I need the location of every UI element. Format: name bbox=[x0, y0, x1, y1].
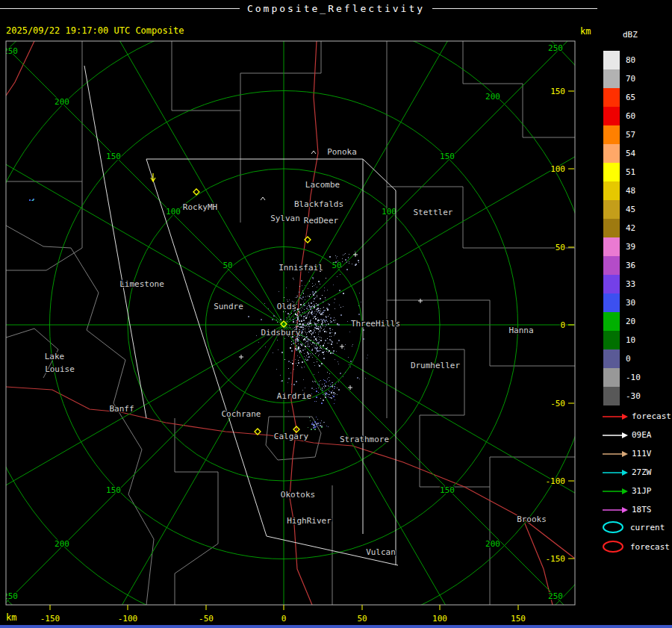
dbz-value-label: 57 bbox=[626, 130, 635, 140]
range-label: 250 bbox=[548, 591, 563, 601]
storm-shape-legend: currentforecast bbox=[600, 517, 670, 556]
coverage-outline bbox=[363, 159, 396, 190]
city-label: RockyMH bbox=[183, 202, 217, 212]
track-arrow-icon bbox=[602, 505, 629, 515]
dbz-swatch bbox=[603, 349, 620, 368]
range-label: 150 bbox=[440, 152, 455, 161]
dbz-swatch bbox=[603, 88, 620, 107]
dbz-swatch bbox=[603, 200, 620, 219]
dbz-value-label: 45 bbox=[626, 205, 635, 214]
city-label: Banff bbox=[109, 404, 134, 414]
city-label: Stettler bbox=[414, 208, 453, 217]
range-ring bbox=[0, 0, 672, 628]
city-label: Calgary bbox=[274, 432, 309, 441]
city-labels: PonokaLacombeBlackfaldsSylvanRedDeerRock… bbox=[45, 147, 547, 557]
city-label: Brooks bbox=[517, 514, 547, 524]
track-arrow-icon bbox=[602, 449, 629, 459]
dbz-swatch bbox=[603, 69, 620, 88]
range-label: 150 bbox=[106, 485, 121, 495]
track-legend-row: 111V bbox=[602, 444, 671, 463]
dbz-scale-row: 54 bbox=[603, 144, 641, 163]
dbz-swatch bbox=[603, 312, 620, 331]
storm-shape-row: forecast bbox=[600, 537, 670, 556]
city-label: HighRiver bbox=[287, 516, 332, 526]
dbz-scale-row: 51 bbox=[603, 163, 641, 181]
range-label: 150 bbox=[440, 485, 455, 495]
dbz-value-label: 60 bbox=[626, 111, 635, 121]
city-label: Strathmore bbox=[340, 435, 389, 444]
county-boundary bbox=[387, 187, 575, 248]
map-layer: 2502001501005050100150200250150200250150… bbox=[0, 0, 672, 628]
dbz-value-label: 65 bbox=[626, 93, 635, 102]
range-label: 250 bbox=[3, 591, 18, 601]
city-label: Airdrie bbox=[277, 391, 311, 401]
range-label: 200 bbox=[55, 97, 69, 107]
radial-line bbox=[75, 0, 284, 325]
x-axis-label: 0 bbox=[281, 614, 287, 624]
city-label: Drumheller bbox=[411, 361, 461, 370]
city-label: Sundre bbox=[214, 302, 243, 311]
radial-line bbox=[0, 325, 284, 621]
track-id-label: 111V bbox=[632, 449, 652, 458]
city-label: Didsbury bbox=[261, 328, 301, 338]
radial-line bbox=[75, 325, 284, 628]
track-legend-row: 18TS bbox=[602, 500, 671, 519]
dbz-value-label: 54 bbox=[626, 149, 635, 158]
dbz-value-label: 80 bbox=[626, 55, 635, 65]
dbz-swatch bbox=[603, 181, 620, 200]
range-label: 50 bbox=[223, 261, 232, 270]
city-label: Vulcan bbox=[366, 547, 396, 557]
y-axis-label: -100 bbox=[546, 476, 566, 486]
dbz-swatch bbox=[603, 51, 620, 69]
city-label: Cochrane bbox=[222, 409, 261, 419]
dbz-value-label: 0 bbox=[626, 354, 631, 364]
radial-line bbox=[284, 29, 579, 325]
range-label: 150 bbox=[106, 152, 121, 161]
legend-panel: dBZ 807065605754514845423936333020100-10… bbox=[597, 0, 672, 624]
city-label: Ponoka bbox=[327, 147, 357, 157]
track-legend-row: forecast bbox=[602, 407, 671, 426]
track-legend-row: 09EA bbox=[602, 426, 671, 444]
county-boundary bbox=[175, 472, 218, 605]
range-label: 100 bbox=[382, 207, 396, 217]
legend-title: dBZ bbox=[623, 30, 638, 40]
city-label: Louise bbox=[45, 364, 75, 374]
horizontal-scrollbar[interactable] bbox=[0, 625, 672, 628]
dbz-scale-row: -30 bbox=[603, 387, 641, 405]
track-id-label: forecast bbox=[632, 411, 671, 421]
county-boundary bbox=[6, 226, 71, 248]
storm-shape-row: current bbox=[600, 517, 670, 537]
dbz-value-label: 10 bbox=[626, 335, 635, 345]
y-axis-label: 150 bbox=[550, 87, 565, 96]
city-label: RedDeer bbox=[304, 216, 339, 226]
dbz-value-label: 51 bbox=[626, 167, 635, 177]
dbz-swatch bbox=[603, 256, 620, 275]
dbz-scale-row: 33 bbox=[603, 275, 641, 293]
track-arrow-icon bbox=[602, 411, 629, 422]
county-boundary bbox=[71, 248, 154, 605]
track-arrow-icon bbox=[602, 467, 629, 478]
x-axis-label: 50 bbox=[357, 614, 367, 624]
radial-line bbox=[0, 116, 284, 325]
dbz-scale-row: 45 bbox=[603, 200, 641, 219]
dbz-scale-row: 0 bbox=[603, 349, 641, 368]
dbz-scale-row: 48 bbox=[603, 181, 641, 200]
range-label: 200 bbox=[55, 539, 69, 549]
track-arrow-icon bbox=[602, 430, 629, 441]
y-axis-label: 50 bbox=[556, 243, 565, 252]
track-id-label: 31JP bbox=[632, 486, 652, 496]
dbz-color-scale: 807065605754514845423936333020100-10-30 bbox=[603, 51, 641, 405]
x-axis-label: -150 bbox=[40, 614, 60, 624]
city-label: Limestone bbox=[119, 279, 164, 289]
dbz-swatch bbox=[603, 237, 620, 256]
y-axis-label: -150 bbox=[546, 554, 566, 564]
track-legend: forecast09EA111V27ZW31JP18TS bbox=[602, 407, 671, 519]
track-id-label: 27ZW bbox=[632, 467, 652, 477]
x-axis: -150-100-50050100150 bbox=[40, 605, 526, 624]
city-label: Olds bbox=[277, 302, 297, 311]
dbz-swatch bbox=[603, 275, 620, 293]
dbz-value-label: 42 bbox=[626, 223, 635, 233]
dbz-value-label: -30 bbox=[626, 391, 641, 401]
radar-map-viewport[interactable]: 2502001501005050100150200250150200250150… bbox=[0, 0, 672, 628]
dbz-swatch bbox=[603, 331, 620, 349]
